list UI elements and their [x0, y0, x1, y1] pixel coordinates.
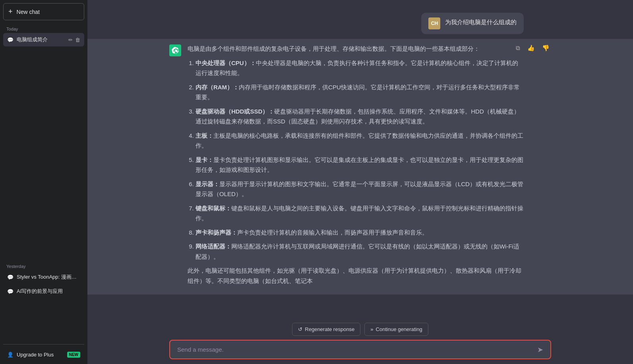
chat-area: CH 为我介绍电脑是什么组成的 电脑是由多个组件和部件组成的复杂电子设备，用于处…: [87, 0, 633, 318]
thumbup-icon[interactable]: 👍: [526, 44, 536, 52]
chat-bubble-icon-2: 💬: [7, 274, 14, 280]
assistant-footer-text: 此外，电脑还可能包括其他组件，如光驱（用于读取光盘）、电源供应器（用于为计算机提…: [188, 266, 524, 286]
today-section-label: Today: [3, 24, 84, 33]
component-2: 内存（RAM）：内存用于临时存储数据和程序，供CPU快速访问。它是计算机的工作空…: [196, 82, 524, 102]
chat-bubble-icon: 💬: [7, 37, 14, 43]
component-7: 键盘和鼠标：键盘和鼠标是人与电脑之间的主要输入设备。键盘用于输入文字和命令，鼠标…: [196, 203, 524, 223]
send-icon: ➤: [537, 345, 543, 354]
yesterday-section-label: Yesterday: [3, 262, 84, 270]
assistant-content: 电脑是由多个组件和部件组成的复杂电子设备，用于处理、存储和输出数据。下面是电脑的…: [169, 44, 524, 290]
upgrade-label: Upgrade to Plus: [17, 352, 54, 358]
user-avatar: CH: [428, 17, 440, 29]
chat-item-text: 电脑组成简介: [17, 36, 48, 43]
action-buttons-row: ↺ Regenerate response » Continue generat…: [292, 323, 428, 336]
continue-icon: »: [370, 326, 373, 332]
chat-item-left-2: 💬 Styler vs ToonApp: 漫画脸优差: [7, 273, 80, 281]
new-badge: NEW: [67, 352, 80, 358]
component-9: 网络适配器：网络适配器允许计算机与互联网或局域网进行通信。它可以是有线的（如以太…: [196, 241, 524, 262]
assistant-intro-text: 电脑是由多个组件和部件组成的复杂电子设备，用于处理、存储和输出数据。下面是电脑的…: [188, 44, 524, 54]
thumbdown-icon[interactable]: 👎: [540, 44, 551, 52]
chat-item-left: 💬 电脑组成简介: [7, 36, 68, 43]
continue-label: Continue generating: [376, 326, 422, 332]
new-chat-label: New chat: [17, 9, 40, 15]
chat-item-today-1[interactable]: 💬 电脑组成简介 ✏ 🗑: [3, 33, 84, 46]
regenerate-label: Regenerate response: [305, 326, 354, 332]
component-8: 声卡和扬声器：声卡负责处理计算机的音频输入和输出，而扬声器用于播放声音和音乐。: [196, 227, 524, 238]
user-avatar-initials: CH: [431, 21, 438, 26]
assistant-text: 电脑是由多个组件和部件组成的复杂电子设备，用于处理、存储和输出数据。下面是电脑的…: [188, 44, 524, 290]
upgrade-left: 👤 Upgrade to Plus: [7, 352, 54, 358]
chat-item-actions: ✏ 🗑: [68, 37, 80, 43]
sidebar-bottom: 👤 Upgrade to Plus NEW: [3, 344, 84, 361]
assistant-message-row: 电脑是由多个组件和部件组成的复杂电子设备，用于处理、存储和输出数据。下面是电脑的…: [87, 39, 633, 295]
assistant-action-icons: ⧉ 👍 👎: [514, 44, 551, 52]
user-icon: 👤: [7, 352, 14, 358]
component-3: 硬盘驱动器（HDD或SSD）：硬盘驱动器用于长期存储数据，包括操作系统、应用程序…: [196, 106, 524, 127]
chat-item-yesterday-2[interactable]: 💬 AI写作的前景与应用: [3, 285, 84, 298]
copy-icon[interactable]: ⧉: [514, 44, 522, 52]
main-content: CH 为我介绍电脑是什么组成的 电脑是由多个组件和部件组成的复杂电子设备，用于处…: [87, 0, 633, 364]
chat-item-text-2: Styler vs ToonApp: 漫画脸优差: [17, 273, 80, 281]
send-button[interactable]: ➤: [535, 344, 546, 356]
user-message-row: CH 为我介绍电脑是什么组成的: [87, 8, 633, 39]
continue-generating-button[interactable]: » Continue generating: [364, 323, 428, 336]
upgrade-to-plus[interactable]: 👤 Upgrade to Plus NEW: [3, 349, 84, 361]
message-input[interactable]: [175, 342, 535, 357]
chat-item-text-3: AI写作的前景与应用: [17, 288, 63, 295]
components-list: 中央处理器（CPU）：中央处理器是电脑的大脑，负责执行各种计算任务和指令。它是计…: [188, 58, 524, 262]
component-5: 显卡：显卡负责处理计算机图形和显示输出。它可以是集成在主板上的集成显卡，也可以是…: [196, 155, 524, 175]
component-4: 主板：主板是电脑的核心电路板，承载和连接所有的组件和部件。它提供了数据传输和电力…: [196, 131, 524, 151]
new-chat-button[interactable]: + New chat: [3, 3, 84, 20]
sidebar: + New chat Today 💬 电脑组成简介 ✏ 🗑 Yesterday …: [0, 0, 87, 364]
chat-item-yesterday-1[interactable]: 💬 Styler vs ToonApp: 漫画脸优差: [3, 270, 84, 284]
edit-icon[interactable]: ✏: [68, 37, 73, 43]
component-6: 显示器：显示器用于显示计算机的图形和文字输出。它通常是一个平面显示屏，可以是液晶…: [196, 179, 524, 199]
gpt-avatar: [169, 44, 181, 56]
component-1: 中央处理器（CPU）：中央处理器是电脑的大脑，负责执行各种计算任务和指令。它是计…: [196, 58, 524, 78]
chat-item-left-3: 💬 AI写作的前景与应用: [7, 288, 80, 295]
chat-bubble-icon-3: 💬: [7, 289, 14, 295]
bottom-bar: ↺ Regenerate response » Continue generat…: [87, 318, 633, 364]
delete-icon[interactable]: 🗑: [75, 37, 80, 43]
message-input-row: ➤: [169, 340, 551, 359]
regenerate-button[interactable]: ↺ Regenerate response: [292, 323, 360, 336]
user-bubble: CH 为我介绍电脑是什么组成的: [421, 13, 524, 34]
plus-icon: +: [8, 8, 13, 16]
regenerate-icon: ↺: [298, 326, 302, 332]
user-question-text: 为我介绍电脑是什么组成的: [445, 17, 517, 27]
